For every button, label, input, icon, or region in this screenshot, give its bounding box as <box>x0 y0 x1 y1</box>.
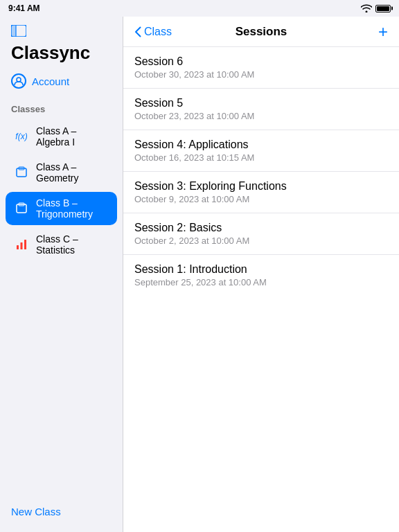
account-icon <box>11 73 26 89</box>
geometry-icon <box>14 165 29 180</box>
session-date-0: October 30, 2023 at 10:00 AM <box>134 69 388 80</box>
formula-icon: f(x) <box>14 129 29 144</box>
svg-rect-9 <box>21 242 23 249</box>
class-label-algebra: Class A – Algebra I <box>36 125 109 148</box>
status-icons <box>361 4 391 12</box>
add-session-button[interactable]: + <box>378 24 388 40</box>
session-title-0: Session 6 <box>134 55 388 68</box>
status-bar: 9:41 AM <box>0 0 399 17</box>
session-item-2[interactable]: Session 4: Applications October 16, 2023… <box>123 130 399 172</box>
trigonometry-icon <box>14 201 29 216</box>
nav-bar: Class Sessions + <box>123 17 399 47</box>
sidebar-header: Classync <box>0 17 123 69</box>
session-item-4[interactable]: Session 2: Basics October 2, 2023 at 10:… <box>123 213 399 255</box>
class-label-statistics: Class C – Statistics <box>36 233 109 256</box>
account-label: Account <box>32 76 69 87</box>
session-date-3: October 9, 2023 at 10:00 AM <box>134 194 388 204</box>
session-date-1: October 23, 2023 at 10:00 AM <box>134 111 388 121</box>
svg-point-3 <box>17 78 21 82</box>
nav-back-button[interactable]: Class <box>134 26 176 38</box>
session-list: Session 6 October 30, 2023 at 10:00 AM S… <box>123 47 399 532</box>
classes-section-header: Classes <box>0 93 123 118</box>
session-title-1: Session 5 <box>134 97 388 109</box>
account-item[interactable]: Account <box>0 69 123 93</box>
sidebar-toggle-icon[interactable] <box>11 25 112 39</box>
sidebar-item-geometry[interactable]: Class A – Geometry <box>6 156 117 189</box>
nav-back-label: Class <box>144 26 172 38</box>
class-label-geometry: Class A – Geometry <box>36 161 109 184</box>
sidebar-item-statistics[interactable]: Class C – Statistics <box>6 228 117 261</box>
new-class-button[interactable]: New Class <box>11 506 61 517</box>
stats-icon <box>14 237 29 252</box>
session-title-5: Session 1: Introduction <box>134 263 388 276</box>
wifi-icon <box>361 4 372 12</box>
session-item-1[interactable]: Session 5 October 23, 2023 at 10:00 AM <box>123 89 399 130</box>
sidebar: Classync Account Classes f(x) Class A – … <box>0 17 123 532</box>
session-title-3: Session 3: Exploring Functions <box>134 180 388 193</box>
session-item-0[interactable]: Session 6 October 30, 2023 at 10:00 AM <box>123 47 399 89</box>
battery-icon <box>375 5 391 12</box>
svg-rect-10 <box>24 240 26 249</box>
session-date-2: October 16, 2023 at 10:15 AM <box>134 152 388 163</box>
session-item-3[interactable]: Session 3: Exploring Functions October 9… <box>123 172 399 213</box>
nav-title: Sessions <box>176 25 346 39</box>
svg-rect-1 <box>11 25 16 37</box>
session-date-5: September 25, 2023 at 10:00 AM <box>134 277 388 287</box>
session-item-5[interactable]: Session 1: Introduction September 25, 20… <box>123 255 399 296</box>
app-title: Classync <box>11 42 112 64</box>
status-time: 9:41 AM <box>8 3 40 13</box>
nav-action: + <box>346 24 388 40</box>
sidebar-footer: New Class <box>0 497 123 532</box>
svg-rect-8 <box>17 245 19 249</box>
session-title-2: Session 4: Applications <box>134 139 388 151</box>
main-content: Class Sessions + Session 6 October 30, 2… <box>123 17 399 532</box>
app-container: Classync Account Classes f(x) Class A – … <box>0 17 399 532</box>
session-date-4: October 2, 2023 at 10:00 AM <box>134 236 388 246</box>
class-label-trigonometry: Class B – Trigonometry <box>36 197 109 220</box>
sidebar-item-trigonometry[interactable]: Class B – Trigonometry <box>6 192 117 225</box>
session-title-4: Session 2: Basics <box>134 222 388 234</box>
sidebar-item-algebra[interactable]: f(x) Class A – Algebra I <box>6 120 117 153</box>
